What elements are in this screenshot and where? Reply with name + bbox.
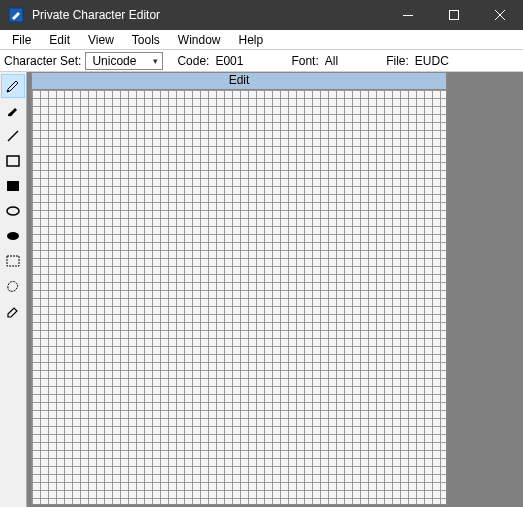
draw-grid[interactable]: [31, 89, 447, 505]
menu-tools[interactable]: Tools: [124, 31, 168, 49]
svg-rect-7: [7, 156, 19, 166]
rectangular-select-icon: [5, 253, 21, 269]
pencil-icon: [5, 78, 21, 94]
menubar: File Edit View Tools Window Help: [0, 30, 523, 50]
tool-eraser[interactable]: [1, 299, 25, 323]
app-window: Private Character Editor File Edit View …: [0, 0, 523, 507]
window-controls: [385, 0, 523, 30]
svg-point-9: [7, 207, 19, 215]
app-icon: [8, 7, 24, 23]
tool-freeform-select[interactable]: [1, 274, 25, 298]
menu-edit[interactable]: Edit: [41, 31, 78, 49]
charset-select[interactable]: Unicode ▾: [85, 52, 163, 70]
titlebar: Private Character Editor: [0, 0, 523, 30]
tool-brush[interactable]: [1, 99, 25, 123]
close-button[interactable]: [477, 0, 523, 30]
tool-line[interactable]: [1, 124, 25, 148]
maximize-button[interactable]: [431, 0, 477, 30]
rectangle-filled-icon: [5, 178, 21, 194]
svg-rect-2: [450, 11, 459, 20]
content-area: Edit: [0, 72, 523, 507]
menu-window[interactable]: Window: [170, 31, 229, 49]
ellipse-filled-icon: [5, 228, 21, 244]
code-label: Code:: [177, 54, 209, 68]
minimize-icon: [403, 10, 413, 20]
canvas-header: Edit: [31, 72, 447, 89]
tool-rectangle-outline[interactable]: [1, 149, 25, 173]
svg-point-10: [7, 232, 19, 240]
code-value: E001: [215, 54, 243, 68]
minimize-button[interactable]: [385, 0, 431, 30]
tool-rectangular-select[interactable]: [1, 249, 25, 273]
canvas-wrap: Edit: [31, 72, 447, 505]
font-value: All: [325, 54, 338, 68]
file-value: EUDC: [415, 54, 449, 68]
toolbox: [0, 72, 27, 507]
line-icon: [5, 128, 21, 144]
svg-rect-5: [7, 90, 9, 92]
window-title: Private Character Editor: [32, 8, 385, 22]
tool-ellipse-outline[interactable]: [1, 199, 25, 223]
rectangle-outline-icon: [5, 153, 21, 169]
freeform-select-icon: [5, 278, 21, 294]
brush-icon: [5, 103, 21, 119]
canvas-area: Edit: [27, 72, 447, 507]
ellipse-outline-icon: [5, 203, 21, 219]
file-label: File:: [386, 54, 409, 68]
svg-rect-1: [403, 15, 413, 16]
svg-rect-11: [7, 256, 19, 266]
menu-help[interactable]: Help: [231, 31, 272, 49]
info-bar: Character Set: Unicode ▾ Code: E001 Font…: [0, 50, 523, 72]
menu-file[interactable]: File: [4, 31, 39, 49]
charset-value: Unicode: [92, 54, 136, 68]
maximize-icon: [449, 10, 459, 20]
tool-ellipse-filled[interactable]: [1, 224, 25, 248]
tool-rectangle-filled[interactable]: [1, 174, 25, 198]
menu-view[interactable]: View: [80, 31, 122, 49]
close-icon: [495, 10, 505, 20]
svg-rect-8: [7, 181, 19, 191]
tool-pencil[interactable]: [1, 74, 25, 98]
font-label: Font:: [291, 54, 318, 68]
chevron-down-icon: ▾: [153, 56, 158, 66]
charset-label: Character Set:: [4, 54, 81, 68]
eraser-icon: [5, 303, 21, 319]
svg-line-6: [8, 131, 18, 141]
